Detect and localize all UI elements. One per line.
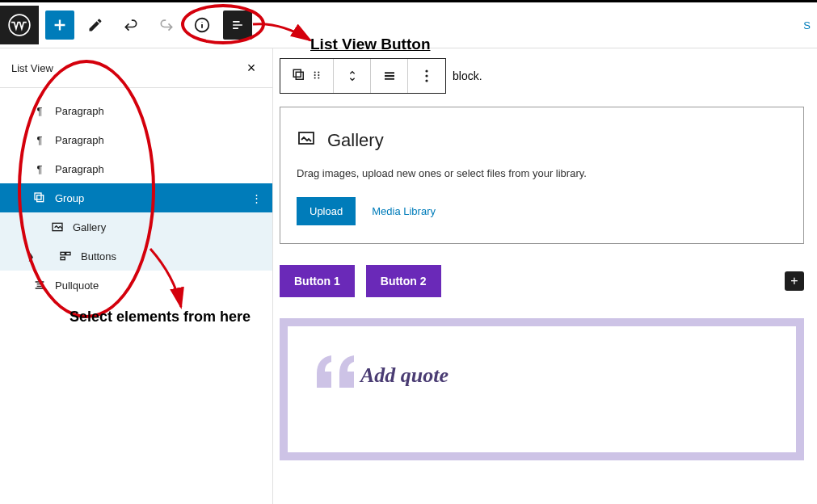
- paragraph-icon: ¶: [32, 163, 47, 175]
- more-options-button[interactable]: [408, 59, 445, 93]
- tree-item-pullquote[interactable]: Pullquote: [0, 271, 272, 300]
- tree-item-paragraph[interactable]: ¶Paragraph: [0, 96, 272, 125]
- toolbar-right-text: S: [803, 19, 811, 32]
- tree-item-buttons[interactable]: ❯Buttons: [0, 242, 272, 271]
- pullquote-block[interactable]: Add quote: [280, 318, 804, 460]
- panel-title: List View: [11, 62, 53, 74]
- svg-point-0: [9, 15, 30, 36]
- svg-rect-19: [299, 132, 314, 144]
- buttons-block[interactable]: Button 1 Button 2 +: [280, 265, 804, 297]
- tree-item-paragraph[interactable]: ¶Paragraph: [0, 125, 272, 154]
- edit-mode-button[interactable]: [81, 10, 110, 40]
- gallery-title-text: Gallery: [327, 130, 384, 151]
- tree-item-label: Paragraph: [55, 134, 104, 146]
- svg-point-15: [318, 77, 319, 78]
- pullquote-placeholder[interactable]: Add quote: [360, 363, 767, 388]
- tree-item-label: Paragraph: [55, 163, 104, 175]
- tree-item-label: Group: [55, 192, 84, 204]
- paragraph-icon: ¶: [32, 134, 47, 146]
- tree-item-gallery[interactable]: Gallery: [0, 212, 272, 242]
- svg-rect-9: [293, 69, 301, 77]
- list-view-panel: List View × ¶Paragraph ¶Paragraph ¶Parag…: [0, 48, 273, 504]
- svg-point-10: [314, 71, 315, 73]
- group-icon[interactable]: [292, 68, 306, 85]
- info-button[interactable]: [187, 10, 217, 40]
- svg-point-12: [314, 74, 315, 75]
- svg-rect-5: [61, 252, 65, 254]
- tree-item-label: Gallery: [73, 221, 106, 233]
- svg-point-18: [425, 79, 427, 82]
- tree-item-group[interactable]: Group⋮: [0, 183, 272, 212]
- buttons-icon: [58, 250, 73, 262]
- media-library-link[interactable]: Media Library: [372, 205, 436, 217]
- svg-point-17: [425, 74, 427, 77]
- trailing-text: block.: [453, 69, 482, 82]
- redo-button[interactable]: [152, 10, 181, 40]
- wordpress-logo[interactable]: [0, 6, 39, 44]
- button-1[interactable]: Button 1: [280, 265, 355, 297]
- gallery-icon: [50, 220, 65, 233]
- svg-point-13: [318, 74, 319, 75]
- chevron-right-icon: ❯: [27, 252, 39, 261]
- gallery-description: Drag images, upload new ones or select f…: [297, 167, 787, 179]
- add-button-inline[interactable]: +: [785, 271, 804, 291]
- drag-handle-icon[interactable]: [311, 69, 322, 83]
- group-icon: [32, 191, 47, 204]
- quote-mark-icon: [317, 355, 357, 390]
- tree-item-label: Paragraph: [55, 105, 104, 117]
- svg-rect-7: [61, 257, 65, 259]
- svg-rect-6: [66, 252, 70, 254]
- paragraph-icon: ¶: [32, 105, 47, 117]
- tree-item-label: Buttons: [81, 250, 116, 262]
- svg-rect-3: [35, 193, 41, 200]
- gallery-icon: [297, 128, 316, 153]
- svg-rect-2: [37, 195, 44, 202]
- svg-rect-8: [296, 72, 303, 79]
- gallery-block[interactable]: Gallery Drag images, upload new ones or …: [280, 107, 804, 244]
- tree-item-label: Pullquote: [55, 279, 99, 292]
- block-toolbar: [280, 58, 446, 94]
- pullquote-icon: [32, 279, 47, 292]
- close-panel-button[interactable]: ×: [242, 58, 261, 78]
- list-view-button[interactable]: [223, 10, 252, 40]
- upload-button[interactable]: Upload: [297, 197, 356, 225]
- svg-point-14: [314, 77, 315, 78]
- block-tree: ¶Paragraph ¶Paragraph ¶Paragraph Group⋮ …: [0, 88, 272, 308]
- editor-top-toolbar: S: [0, 0, 817, 48]
- tree-item-paragraph[interactable]: ¶Paragraph: [0, 154, 272, 183]
- svg-point-11: [318, 71, 319, 73]
- move-up-down[interactable]: [334, 59, 371, 93]
- add-block-button[interactable]: [45, 10, 74, 40]
- align-button[interactable]: [371, 59, 408, 93]
- undo-button[interactable]: [116, 10, 145, 40]
- editor-canvas: block. Gallery Drag images, upload new o…: [273, 48, 817, 504]
- svg-point-16: [425, 69, 427, 72]
- tree-item-options[interactable]: ⋮: [251, 192, 263, 204]
- button-2[interactable]: Button 2: [366, 265, 441, 297]
